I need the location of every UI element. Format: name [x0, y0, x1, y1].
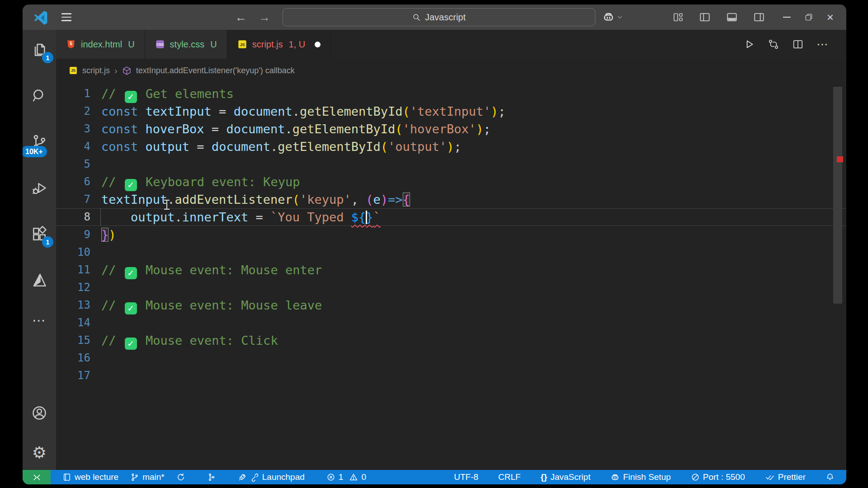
code-line[interactable]: 3const hoverBox = document.getElementByI…	[56, 120, 846, 138]
code-text	[101, 349, 846, 367]
sidebar-item-run-debug[interactable]	[28, 177, 50, 199]
git-compare-icon[interactable]	[768, 38, 779, 50]
eol-indicator[interactable]: CRLF	[498, 472, 521, 482]
overview-ruler-error-marker	[837, 156, 843, 162]
warning-count: 0	[361, 472, 366, 482]
line-number: 2	[56, 103, 101, 120]
code-line[interactable]: 14	[56, 314, 846, 332]
toggle-secondary-sidebar-icon[interactable]	[753, 11, 765, 23]
notifications-bell-icon[interactable]	[826, 473, 835, 482]
js-file-icon: JS	[69, 66, 78, 75]
code-line[interactable]: 16	[56, 349, 846, 367]
line-number: 9	[56, 226, 101, 244]
remote-indicator[interactable]	[23, 470, 51, 484]
problems-indicator[interactable]: 1 0	[326, 472, 366, 482]
code-line[interactable]: 17	[56, 367, 846, 385]
git-graph-icon[interactable]	[207, 473, 216, 482]
breadcrumb-separator: ›	[114, 66, 118, 76]
tab-git-status: U	[128, 39, 134, 50]
code-line[interactable]: 4const output = document.getElementById(…	[56, 138, 846, 155]
line-number: 13	[56, 296, 101, 314]
title-bar: ← → Javascript	[23, 5, 846, 30]
menu-hamburger-icon[interactable]	[61, 13, 71, 21]
code-line[interactable]: 11// ✓ Mouse event: Mouse enter	[56, 261, 846, 279]
code-line[interactable]: 8 output.innerText = `You Typed ${}`	[56, 208, 846, 226]
line-number: 7	[56, 191, 101, 208]
tab-label: index.html	[81, 39, 122, 50]
code-text: })	[101, 226, 846, 244]
code-text	[101, 314, 846, 332]
code-lines: 1// ✓ Get elements2const textInput = doc…	[56, 85, 846, 385]
code-text: textInput.addEventListener('keyup', (e)=…	[101, 191, 846, 208]
symbol-cube-icon	[122, 66, 132, 75]
check-emoji-icon: ✓	[125, 267, 137, 279]
code-line[interactable]: 15// ✓ Mouse event: Click	[56, 332, 846, 349]
copilot-menu[interactable]	[602, 11, 623, 23]
mouse-ibeam-cursor	[164, 200, 170, 211]
code-line[interactable]: 10	[56, 244, 846, 261]
braces-icon: {}	[541, 472, 547, 482]
sidebar-item-extensions[interactable]: 1	[28, 223, 50, 245]
restore-button[interactable]	[804, 13, 813, 22]
sync-changes-icon[interactable]	[176, 473, 185, 482]
more-actions-icon[interactable]: ⋯	[28, 309, 50, 331]
line-number: 14	[56, 314, 101, 332]
code-text: // ✓ Mouse event: Mouse leave	[101, 296, 846, 314]
breadcrumb: JS script.js › textInput.addEventListene…	[56, 59, 846, 82]
launchpad-indicator[interactable]: Launchpad	[238, 472, 305, 482]
command-center-search[interactable]: Javascript	[283, 8, 595, 26]
forward-arrow-icon[interactable]: →	[259, 11, 270, 23]
toggle-sidebar-icon[interactable]	[699, 11, 711, 23]
customize-layout-icon[interactable]	[673, 12, 684, 23]
breadcrumb-symbol[interactable]: textInput.addEventListener('keyup') call…	[136, 66, 295, 75]
unsaved-changes-dot[interactable]	[315, 42, 321, 47]
code-line[interactable]: 12	[56, 279, 846, 296]
sidebar-item-prism-extension[interactable]	[28, 269, 50, 291]
formatter-indicator[interactable]: Prettier	[765, 472, 806, 482]
line-number: 8	[56, 208, 101, 226]
explorer-badge: 1	[42, 52, 53, 63]
error-count: 1	[339, 472, 344, 482]
close-button[interactable]: ×	[827, 11, 834, 23]
sidebar-item-source-control[interactable]: 10K+	[28, 131, 50, 153]
encoding-indicator[interactable]: UTF-8	[454, 472, 478, 482]
code-line[interactable]: 7textInput.addEventListener('keyup', (e)…	[56, 191, 846, 208]
svg-text:CSS: CSS	[156, 42, 164, 47]
code-line[interactable]: 6// ✓ Keyboard event: Keyup	[56, 173, 846, 191]
vscode-window: ← → Javascript	[23, 5, 846, 484]
sidebar-item-search[interactable]	[28, 85, 50, 107]
code-line[interactable]: 9})	[56, 226, 846, 244]
back-arrow-icon[interactable]: ←	[235, 11, 247, 23]
split-editor-icon[interactable]	[792, 38, 804, 50]
tab-index-html[interactable]: 5 index.html U	[56, 30, 145, 59]
run-file-button[interactable]	[743, 38, 755, 50]
line-number: 1	[56, 85, 101, 103]
check-emoji-icon: ✓	[125, 179, 137, 191]
code-line[interactable]: 13// ✓ Mouse event: Mouse leave	[56, 296, 846, 314]
language-mode-indicator[interactable]: {} JavaScript	[541, 472, 591, 482]
code-line[interactable]: 1// ✓ Get elements	[56, 85, 846, 103]
tab-style-css[interactable]: CSS style.css U	[145, 30, 227, 59]
line-number: 11	[56, 261, 101, 279]
settings-gear-icon[interactable]: ⚙	[28, 442, 50, 464]
minimize-button[interactable]	[783, 17, 791, 18]
code-editor[interactable]: 1// ✓ Get elements2const textInput = doc…	[56, 82, 846, 470]
git-branch-indicator[interactable]: main*	[130, 472, 165, 482]
code-text	[101, 244, 846, 261]
tab-script-js[interactable]: JS script.js 1, U	[227, 30, 331, 59]
account-icon[interactable]	[28, 402, 50, 424]
code-line[interactable]: 2const textInput = document.getElementBy…	[56, 103, 846, 120]
line-number: 3	[56, 120, 101, 138]
copilot-status[interactable]: Finish Setup	[610, 472, 671, 482]
html-file-icon: 5	[66, 39, 76, 49]
sidebar-item-explorer[interactable]: 1	[28, 39, 50, 61]
svg-text:JS: JS	[240, 42, 245, 47]
breadcrumb-file[interactable]: script.js	[82, 66, 110, 75]
live-server-port[interactable]: Port : 5500	[691, 472, 745, 482]
workspace-indicator[interactable]: web lecture	[62, 472, 118, 482]
scrollbar-thumb[interactable]	[833, 87, 842, 304]
code-line[interactable]: 5	[56, 155, 846, 173]
toggle-panel-icon[interactable]	[726, 11, 738, 23]
editor-more-actions-icon[interactable]: ⋯	[816, 38, 829, 52]
tab-bar: 5 index.html U CSS style.css U	[56, 30, 846, 59]
